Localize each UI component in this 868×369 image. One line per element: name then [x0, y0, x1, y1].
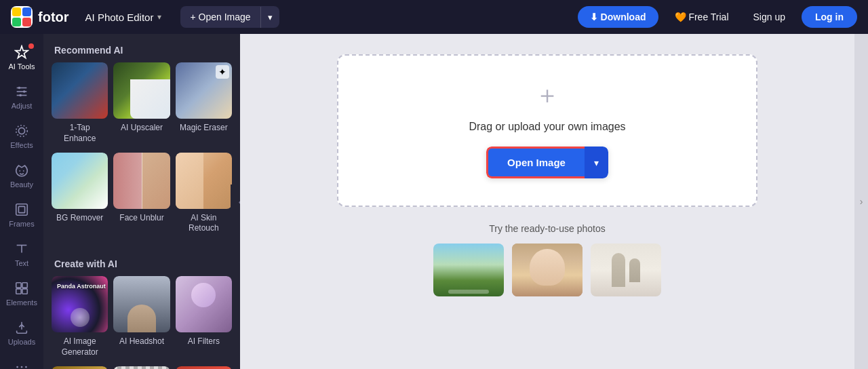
sidebar-item-beauty[interactable]: Beauty: [0, 157, 43, 194]
create-with-ai-title: Create with AI: [43, 248, 240, 276]
tool-card-skin-retouch[interactable]: AI SkinRetouch: [176, 153, 232, 237]
canvas-area: ＋ Drag or upload your own images Open Im…: [240, 34, 854, 369]
open-image-main-button[interactable]: Open Image: [486, 147, 585, 178]
chevron-down-icon: ▾: [157, 12, 161, 22]
app-header: fotor AI Photo Editor ▾ + Open Image ▾ ⬇…: [0, 0, 868, 34]
uploads-icon: [14, 320, 29, 335]
ready-photos-label: Try the ready-to-use photos: [489, 223, 605, 234]
tool-label-face-unblur: Face Unblur: [119, 213, 163, 227]
tool-label-ai-image-gen: AI ImageGenerator: [62, 336, 98, 360]
effects-icon: [14, 123, 29, 138]
sidebar-item-adjust-label: Adjust: [12, 102, 33, 110]
svg-point-13: [19, 170, 20, 172]
open-image-main-label: Open Image: [507, 157, 566, 168]
svg-rect-22: [22, 289, 27, 294]
tool-card-eraser[interactable]: ✦ Magic Eraser: [176, 62, 232, 147]
svg-rect-19: [16, 283, 21, 288]
svg-point-8: [18, 87, 21, 90]
chevron-down-icon: ▾: [594, 157, 599, 168]
ready-photo-portrait[interactable]: [512, 244, 583, 296]
tool-label-skin-retouch: AI SkinRetouch: [189, 213, 219, 237]
tool-card-extra1[interactable]: [52, 366, 108, 369]
chevron-down-icon: ▾: [268, 12, 273, 22]
signup-button[interactable]: Sign up: [745, 6, 793, 28]
sidebar-item-more[interactable]: More: [0, 354, 43, 369]
tool-card-extra3[interactable]: [176, 366, 232, 369]
header-open-image-group: + Open Image ▾: [180, 6, 279, 28]
notification-dot: [28, 43, 34, 49]
more-icon: [14, 360, 29, 369]
tool-card-ai-filters[interactable]: AI Filters: [176, 276, 232, 361]
tool-card-upscaler[interactable]: AI Upscaler: [113, 62, 170, 147]
sidebar-item-ai-tools[interactable]: AI Tools: [0, 39, 43, 76]
tool-card-face-unblur[interactable]: Face Unblur: [113, 153, 170, 237]
elements-icon: [14, 281, 29, 296]
tool-card-enhance[interactable]: 1-TapEnhance: [52, 62, 108, 147]
upload-text: Drag or upload your own images: [469, 121, 625, 133]
tool-label-upscaler: AI Upscaler: [121, 123, 163, 136]
tool-label-eraser: Magic Eraser: [180, 123, 228, 136]
tool-thumbnail-ai-image-gen: Panda Astronaut: [52, 276, 108, 332]
svg-rect-15: [16, 204, 28, 216]
tool-thumbnail-extra2: [113, 366, 170, 369]
ready-photos-section: Try the ready-to-use photos: [433, 223, 661, 296]
ai-photo-editor-button[interactable]: AI Photo Editor ▾: [80, 9, 167, 26]
tool-label-enhance: 1-TapEnhance: [64, 123, 96, 147]
svg-point-14: [23, 170, 24, 172]
right-collapse-handle[interactable]: ›: [854, 34, 868, 369]
sidebar-item-frames-label: Frames: [9, 220, 34, 228]
open-image-dropdown-button[interactable]: ▾: [585, 147, 608, 178]
sidebar-item-beauty-label: Beauty: [10, 180, 33, 189]
recommend-ai-title: Recommend AI: [43, 34, 240, 62]
sidebar-item-uploads[interactable]: Uploads: [0, 315, 43, 351]
sidebar-item-frames[interactable]: Frames: [0, 197, 43, 233]
tool-label-ai-filters: AI Filters: [188, 336, 220, 350]
adjust-icon: [14, 84, 29, 99]
svg-rect-16: [18, 206, 24, 212]
plus-icon: ＋: [535, 83, 559, 107]
login-button[interactable]: Log in: [802, 6, 857, 28]
open-image-group: Open Image ▾: [486, 147, 608, 178]
svg-point-24: [21, 366, 23, 368]
collapse-panel-button[interactable]: ‹: [231, 184, 240, 218]
upload-zone: ＋ Drag or upload your own images Open Im…: [337, 54, 757, 207]
tool-thumbnail-extra3: [176, 366, 232, 369]
free-trial-button[interactable]: 🧡 Free Trial: [667, 6, 737, 28]
sidebar-item-adjust[interactable]: Adjust: [0, 79, 43, 115]
ready-photo-still[interactable]: [591, 244, 661, 296]
ai-tools-icon: [14, 45, 29, 60]
svg-rect-2: [22, 7, 31, 16]
tool-card-ai-image-gen[interactable]: Panda Astronaut AI ImageGenerator: [52, 276, 108, 361]
tool-card-bg-remover[interactable]: BG Remover: [52, 153, 108, 237]
tool-label-headshot: AI Headshot: [119, 336, 164, 350]
tool-thumbnail-skin-retouch: [176, 153, 232, 209]
recommend-ai-grid: 1-TapEnhance AI Upscaler ✦ Magic Eraser: [43, 62, 240, 248]
header-open-image-dropdown[interactable]: ▾: [260, 7, 279, 28]
sidebar-item-text[interactable]: Text: [0, 236, 43, 273]
svg-point-9: [23, 90, 26, 93]
tool-thumbnail-extra1: [52, 366, 108, 369]
sidebar-item-text-label: Text: [15, 259, 28, 267]
tool-card-headshot[interactable]: AI Headshot: [113, 276, 170, 361]
create-ai-grid: Panda Astronaut AI ImageGenerator AI Hea…: [43, 276, 240, 369]
left-sidebar: AI Tools Adjust Effects Be: [0, 34, 43, 369]
header-open-image-button[interactable]: + Open Image: [180, 6, 260, 28]
free-trial-label: 🧡 Free Trial: [675, 12, 729, 22]
login-label: Log in: [815, 12, 844, 22]
main-layout: AI Tools Adjust Effects Be: [0, 34, 868, 369]
svg-point-10: [19, 94, 22, 97]
sidebar-item-effects[interactable]: Effects: [0, 118, 43, 155]
tool-card-extra2[interactable]: [113, 366, 170, 369]
ai-photo-editor-label: AI Photo Editor: [85, 12, 154, 23]
svg-point-12: [16, 125, 28, 137]
svg-rect-4: [22, 18, 31, 26]
ready-photo-landscape[interactable]: [433, 244, 504, 296]
download-button[interactable]: ⬇ Download: [578, 6, 658, 28]
header-open-image-label: + Open Image: [190, 12, 250, 22]
sidebar-item-uploads-label: Uploads: [8, 338, 35, 346]
sidebar-item-elements[interactable]: Elements: [0, 275, 43, 312]
beauty-icon: [14, 163, 29, 178]
tool-thumbnail-face-unblur: [113, 153, 170, 209]
svg-rect-20: [22, 283, 27, 288]
tool-thumbnail-eraser: ✦: [176, 62, 232, 119]
